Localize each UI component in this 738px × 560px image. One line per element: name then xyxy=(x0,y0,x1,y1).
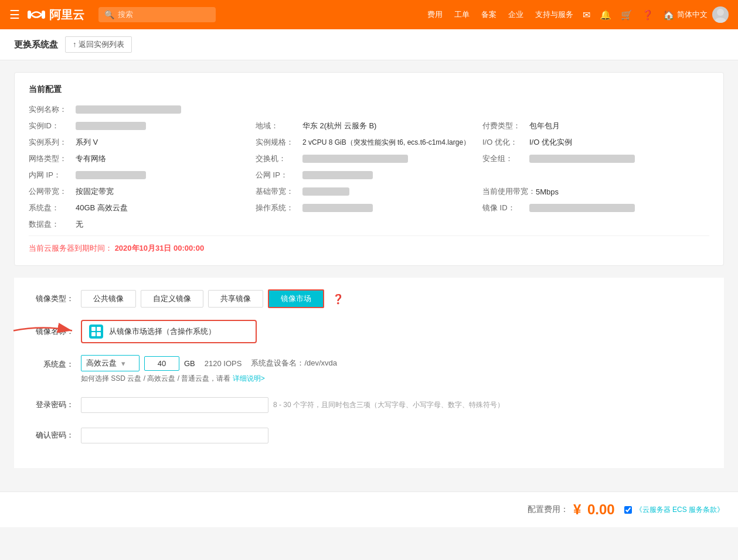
payment-type-value: 包年包月 xyxy=(529,121,560,131)
field-system-disk: 系统盘： 40GB 高效云盘 xyxy=(29,203,256,213)
field-series: 实例系列： 系列 V xyxy=(29,137,256,148)
region-value: 华东 2(杭州 云服务 B) xyxy=(302,121,376,131)
disk-hint-link[interactable]: 详细说明> xyxy=(233,374,265,383)
config-row-instance-name: 实例名称： xyxy=(29,104,709,115)
svg-rect-6 xyxy=(91,332,96,336)
field-region: 地域： 华东 2(杭州 云服务 B) xyxy=(256,121,482,131)
tos-checkbox[interactable] xyxy=(624,506,632,514)
field-switch: 交换机： xyxy=(256,153,482,164)
field-instance-id: 实例ID： xyxy=(29,121,256,131)
topnav-icon-group: ✉ 🔔 🛒 ❓ 🏠 xyxy=(583,9,675,21)
tos-link[interactable]: 《云服务器 ECS 服务条款》 xyxy=(635,505,724,515)
image-name-label: 镜像名称： xyxy=(28,322,81,341)
back-to-list-button[interactable]: ↑ 返回实例列表 xyxy=(65,36,132,53)
home-icon[interactable]: 🏠 xyxy=(663,9,675,21)
nav-record[interactable]: 备案 xyxy=(481,9,496,20)
field-public-bandwidth: 公网带宽： 按固定带宽 xyxy=(29,186,256,197)
network-type-value: 专有网络 xyxy=(76,153,106,164)
bell-icon[interactable]: 🔔 xyxy=(600,9,611,21)
menu-icon[interactable]: ☰ xyxy=(9,8,20,22)
config-row-data-disk: 数据盘： 无 xyxy=(29,219,709,230)
image-type-label: 镜像类型： xyxy=(28,289,81,308)
current-bandwidth-value: 5Mbps xyxy=(536,187,559,196)
config-row-id: 实例ID： 地域： 华东 2(杭州 云服务 B) 付费类型： 包年包月 xyxy=(29,121,709,131)
switch-value xyxy=(302,155,408,163)
image-type-market[interactable]: 镜像市场 xyxy=(268,289,324,308)
disk-size-input[interactable] xyxy=(144,356,179,371)
disk-unit: GB xyxy=(184,359,195,368)
config-row-bandwidth: 公网带宽： 按固定带宽 基础带宽： 当前使用带宽： 5Mbps xyxy=(29,186,709,197)
help-icon[interactable]: ❓ xyxy=(642,9,654,21)
logo[interactable]: 阿里云 xyxy=(27,7,84,23)
system-disk-value: 40GB 高效云盘 xyxy=(76,203,128,213)
image-name-text: 从镜像市场选择（含操作系统） xyxy=(109,326,216,337)
current-config-card: 当前配置 实例名称： 实例ID： 地域： 华东 2(杭州 云服务 B) 付费类型… xyxy=(14,72,724,266)
field-payment-type: 付费类型： 包年包月 xyxy=(482,121,709,131)
mail-icon[interactable]: ✉ xyxy=(583,9,590,21)
search-bar[interactable]: 🔍 搜索 xyxy=(98,7,216,22)
disk-iops: 2120 IOPS xyxy=(205,359,242,368)
series-value: 系列 V xyxy=(76,137,98,148)
field-current-bandwidth: 当前使用带宽： 5Mbps xyxy=(482,186,709,197)
image-type-group: 公共镜像 自定义镜像 共享镜像 镜像市场 ❓ xyxy=(81,289,344,308)
image-type-custom[interactable]: 自定义镜像 xyxy=(141,290,203,308)
user-avatar[interactable] xyxy=(712,6,729,23)
image-name-row: 镜像名称： 从镜像市场选择（含操作系统） xyxy=(28,320,710,343)
os-value xyxy=(302,204,373,212)
disk-device: 系统盘设备名：/dev/xvda xyxy=(251,358,337,368)
field-spec: 实例规格： 2 vCPU 8 GiB（突发性能实例 t6, ecs.t6-c1m… xyxy=(256,137,482,148)
language-selector[interactable]: 简体中文 xyxy=(677,9,708,20)
password-input[interactable] xyxy=(81,397,268,413)
disk-label: 系统盘： xyxy=(28,355,81,374)
image-name-field[interactable]: 从镜像市场选择（含操作系统） xyxy=(81,320,257,343)
instance-name-value xyxy=(76,105,181,114)
nav-enterprise[interactable]: 企业 xyxy=(508,9,523,20)
field-data-disk: 数据盘： 无 xyxy=(29,219,256,230)
field-os: 操作系统： xyxy=(256,203,482,213)
spec-value: 2 vCPU 8 GiB（突发性能实例 t6, ecs.t6-c1m4.larg… xyxy=(302,138,470,148)
config-row-network: 网络类型： 专有网络 交换机： 安全组： xyxy=(29,153,709,164)
image-type-public[interactable]: 公共镜像 xyxy=(81,290,136,308)
nav-links: 费用 工单 备案 企业 支持与服务 xyxy=(427,9,573,20)
svg-rect-7 xyxy=(97,332,101,336)
page-title: 更换系统盘 xyxy=(14,39,58,50)
svg-rect-1 xyxy=(42,11,45,19)
search-icon: 🔍 xyxy=(104,10,114,19)
image-type-row: 镜像类型： 公共镜像 自定义镜像 共享镜像 镜像市场 ❓ xyxy=(28,289,710,308)
field-base-bandwidth: 基础带宽： xyxy=(256,186,482,197)
disk-section-row: 系统盘： 高效云盘 ▾ GB 2120 IOPS 系统盘设备名：/dev/xvd… xyxy=(28,355,710,384)
price-section: 配置费用： ¥ 0.00 xyxy=(528,501,615,518)
svg-rect-0 xyxy=(28,11,31,19)
field-network-type: 网络类型： 专有网络 xyxy=(29,153,256,164)
nav-ticket[interactable]: 工单 xyxy=(454,9,470,20)
cart-icon[interactable]: 🛒 xyxy=(621,9,632,21)
page-header: 更换系统盘 ↑ 返回实例列表 xyxy=(0,29,738,60)
security-group-value xyxy=(529,155,635,163)
logo-text: 阿里云 xyxy=(49,7,84,23)
disk-type-select[interactable]: 高效云盘 ▾ xyxy=(81,355,140,371)
config-row-series: 实例系列： 系列 V 实例规格： 2 vCPU 8 GiB（突发性能实例 t6,… xyxy=(29,137,709,148)
disk-hint: 如何选择 SSD 云盘 / 高效云盘 / 普通云盘，请看 详细说明> xyxy=(81,374,337,384)
disk-controls: 高效云盘 ▾ GB 2120 IOPS 系统盘设备名：/dev/xvda xyxy=(81,355,337,371)
svg-rect-4 xyxy=(91,327,96,331)
data-disk-value: 无 xyxy=(76,219,83,230)
image-type-shared[interactable]: 共享镜像 xyxy=(208,290,263,308)
nav-support[interactable]: 支持与服务 xyxy=(535,9,573,20)
field-io: I/O 优化： I/O 优化实例 xyxy=(482,137,709,148)
field-security-group: 安全组： xyxy=(482,153,709,164)
image-type-help-icon[interactable]: ❓ xyxy=(332,293,344,305)
confirm-password-label: 确认密码： xyxy=(28,426,81,445)
svg-point-3 xyxy=(715,18,726,23)
svg-point-2 xyxy=(717,9,724,16)
public-bandwidth-value: 按固定带宽 xyxy=(76,186,114,197)
confirm-password-input[interactable] xyxy=(81,428,268,443)
nav-fee[interactable]: 费用 xyxy=(427,9,443,20)
field-inner-ip: 内网 IP： xyxy=(29,170,256,180)
field-public-ip: 公网 IP： xyxy=(256,170,482,180)
public-ip-value xyxy=(302,171,373,179)
form-section: 镜像类型： 公共镜像 自定义镜像 共享镜像 镜像市场 ❓ 镜像名称： xyxy=(14,278,724,468)
top-navigation: ☰ 阿里云 🔍 搜索 费用 工单 备案 企业 支持与服务 ✉ 🔔 🛒 ❓ 🏠 简… xyxy=(0,0,738,29)
image-id-value xyxy=(529,204,635,212)
disk-type-value: 高效云盘 xyxy=(86,358,117,368)
disk-type-chevron: ▾ xyxy=(121,359,125,368)
